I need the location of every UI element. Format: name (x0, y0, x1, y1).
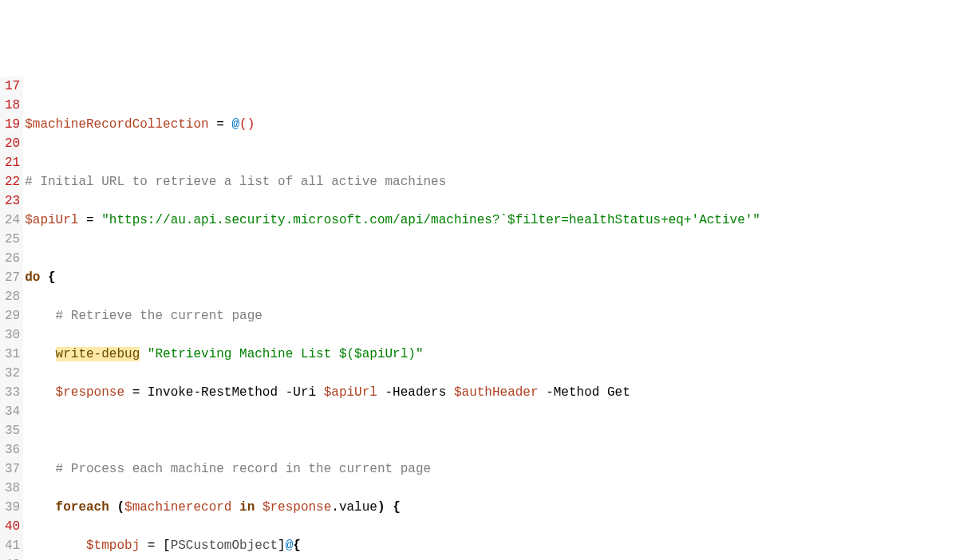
line-number: 21 (5, 153, 20, 172)
line-number: 25 (5, 230, 20, 249)
brace-open: { (393, 500, 401, 515)
keyword-foreach: foreach (56, 500, 109, 515)
line-number: 17 (5, 77, 20, 96)
bracket: ] (278, 538, 286, 553)
line-number: 30 (5, 325, 20, 345)
code-line: # Retrieve the current page (25, 306, 760, 325)
variable: $response (263, 500, 331, 515)
variable: $machineRecordCollection (25, 117, 208, 132)
comment: # Retrieve the current page (25, 309, 263, 323)
keyword-in: in (239, 500, 255, 515)
line-number: 40 (5, 517, 20, 536)
line-number: 33 (5, 383, 20, 402)
line-number: 31 (5, 345, 20, 364)
parameter: -Headers (377, 385, 454, 400)
line-number: 37 (5, 459, 20, 479)
variable: $tmpobj (86, 538, 140, 553)
line-number: 34 (5, 402, 20, 421)
code-line: $tmpobj = [PSCustomObject]@{ (25, 536, 760, 555)
line-number-gutter: 1718192021222324252627282930313233343536… (0, 77, 23, 560)
operator: = (78, 213, 101, 227)
line-number: 19 (5, 115, 20, 134)
line-number: 35 (5, 421, 20, 440)
code-line: write-debug "Retrieving Machine List $($… (25, 345, 760, 364)
variable: $machinerecord (124, 500, 231, 515)
line-number: 18 (5, 96, 20, 115)
line-number: 39 (5, 498, 20, 517)
comment: # Initial URL to retrieve a list of all … (25, 175, 446, 189)
string: "https://au.api.security.microsoft.com/a… (101, 213, 760, 227)
property: .value (331, 500, 377, 515)
variable: $apiUrl (25, 213, 78, 227)
operator: = (124, 385, 148, 400)
variable: $apiUrl (324, 385, 377, 400)
line-number: 24 (5, 211, 20, 230)
variable: $authHeader (454, 385, 539, 400)
at-sign: @ (286, 538, 294, 553)
variable: $response (56, 385, 124, 400)
type-name: PSCustomObject (171, 538, 278, 553)
paren-open: ( (116, 500, 124, 515)
bracket: [ (163, 538, 171, 553)
paren-close: ) (247, 117, 255, 132)
line-number: 27 (5, 268, 20, 287)
line-number: 28 (5, 287, 20, 306)
code-line: foreach ($machinerecord in $response.val… (25, 498, 760, 517)
brace-open: { (293, 538, 301, 553)
cmdlet-write-debug: write-debug (56, 347, 140, 361)
line-number: 20 (5, 134, 20, 153)
line-number: 23 (5, 191, 20, 211)
code-line: do { (25, 268, 760, 287)
comment: # Process each machine record in the cur… (25, 462, 431, 476)
operator: = (140, 538, 163, 553)
line-number: 22 (5, 172, 20, 191)
string: "Retrieving Machine List $($apiUrl)" (148, 347, 424, 361)
code-editor: 1718192021222324252627282930313233343536… (0, 77, 979, 560)
code-line: # Initial URL to retrieve a list of all … (25, 172, 760, 191)
keyword-do: do (25, 270, 40, 285)
line-number: 29 (5, 306, 20, 325)
paren-close: ) (377, 500, 385, 515)
brace-open: { (48, 270, 56, 285)
parameter: -Uri (278, 385, 324, 400)
line-number: 42 (5, 555, 20, 560)
line-number: 38 (5, 479, 20, 498)
code-line: $response = Invoke-RestMethod -Uri $apiU… (25, 383, 760, 402)
at-sign: @ (231, 117, 239, 132)
code-line: $apiUrl = "https://au.api.security.micro… (25, 211, 760, 230)
parameter: -Method Get (539, 385, 630, 400)
line-number: 36 (5, 440, 20, 459)
code-area[interactable]: $machineRecordCollection = @() # Initial… (23, 77, 760, 560)
code-line: $machineRecordCollection = @() (25, 115, 760, 134)
operator: = (209, 117, 232, 132)
line-number: 41 (5, 536, 20, 555)
paren-open: ( (239, 117, 247, 132)
cmdlet: Invoke-RestMethod (148, 385, 278, 400)
line-number: 26 (5, 249, 20, 268)
line-number: 32 (5, 364, 20, 383)
code-line: # Process each machine record in the cur… (25, 459, 760, 479)
